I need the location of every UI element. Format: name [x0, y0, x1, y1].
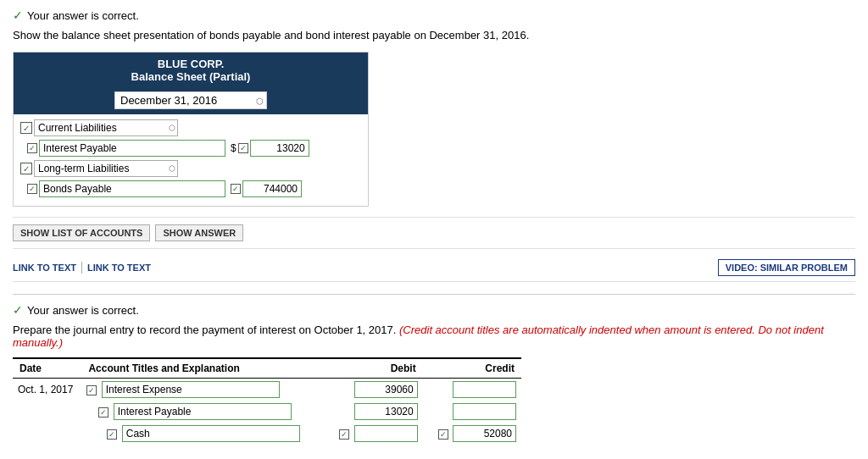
longterm-liabilities-check: ✓ — [20, 163, 32, 174]
journal-debit-cell-2 — [324, 401, 422, 423]
toolbar-1: SHOW LIST OF ACCOUNTS SHOW ANSWER — [13, 217, 855, 249]
longterm-liabilities-wrapper[interactable]: Long-term Liabilities — [34, 160, 178, 177]
journal-debit-cell-1 — [324, 379, 422, 401]
col-header-account: Account Titles and Explanation — [81, 358, 324, 379]
correct-message-1: ✓ Your answer is correct. — [13, 8, 855, 22]
journal-account-cell-1: ✓ — [81, 379, 324, 401]
bonds-amount-check: ✓ — [231, 184, 241, 194]
bs-body: ✓ Current Liabilities ✓ $ ✓ ✓ — [14, 114, 368, 206]
journal-row-2: ✓ — [13, 401, 521, 423]
dollar-sign: $ — [231, 142, 236, 154]
journal-debit-check-3: ✓ — [339, 429, 349, 440]
sheet-title: Balance Sheet (Partial) — [17, 70, 364, 83]
interest-payable-row: ✓ $ ✓ — [27, 140, 361, 157]
links-row-1: LINK TO TEXT LINK TO TEXT VIDEO: SIMILAR… — [13, 254, 855, 282]
current-liabilities-row: ✓ Current Liabilities — [20, 119, 361, 136]
col-header-date: Date — [13, 358, 81, 379]
correct-message-2: ✓ Your answer is correct. — [13, 303, 855, 317]
journal-table: Date Account Titles and Explanation Debi… — [13, 357, 521, 445]
links-left-1: LINK TO TEXT LINK TO TEXT — [13, 261, 151, 274]
journal-check-1: ✓ — [86, 385, 97, 395]
link-to-text-2[interactable]: LINK TO TEXT — [87, 261, 151, 274]
bs-header: BLUE CORP. Balance Sheet (Partial) — [14, 53, 368, 88]
bs-date-select[interactable]: December 31, 2016 — [114, 91, 267, 109]
interest-amount-check: ✓ — [238, 143, 248, 153]
journal-account-cell-3: ✓ — [81, 423, 324, 445]
journal-question: Prepare the journal entry to record the … — [13, 324, 855, 349]
journal-check-3: ✓ — [107, 429, 117, 440]
bonds-payable-row: ✓ ✓ — [27, 180, 361, 197]
journal-credit-input-3[interactable] — [453, 425, 516, 442]
interest-payable-amount-area: $ ✓ — [231, 140, 309, 157]
correct-text-1: Your answer is correct. — [27, 9, 139, 22]
journal-credit-check-3: ✓ — [438, 429, 448, 440]
checkmark-icon-1: ✓ — [13, 8, 23, 22]
balance-sheet: BLUE CORP. Balance Sheet (Partial) Decem… — [13, 52, 369, 207]
show-answer-button[interactable]: SHOW ANSWER — [155, 224, 243, 241]
journal-credit-cell-3: ✓ — [423, 423, 521, 445]
journal-table-header: Date Account Titles and Explanation Debi… — [13, 358, 521, 379]
journal-account-input-3[interactable] — [122, 425, 300, 442]
correct-text-2: Your answer is correct. — [27, 304, 139, 317]
journal-debit-cell-3: ✓ — [324, 423, 422, 445]
current-liabilities-check: ✓ — [20, 122, 32, 134]
journal-row-3: ✓ ✓ ✓ — [13, 423, 521, 445]
journal-debit-input-1[interactable] — [354, 381, 418, 398]
journal-credit-cell-2 — [423, 401, 521, 423]
bs-date-wrapper[interactable]: December 31, 2016 — [114, 91, 267, 109]
video-similar-problem-button[interactable]: VIDEO: SIMILAR PROBLEM — [718, 259, 855, 276]
journal-credit-cell-1 — [423, 379, 521, 401]
journal-account-cell-2: ✓ — [81, 401, 324, 423]
bonds-payable-amount-area: ✓ — [231, 180, 302, 197]
journal-debit-input-3[interactable] — [354, 425, 418, 442]
journal-check-2: ✓ — [98, 407, 108, 418]
journal-debit-input-2[interactable] — [354, 403, 418, 420]
company-name: BLUE CORP. — [17, 58, 364, 70]
bonds-amount-input[interactable] — [242, 180, 302, 197]
link-to-text-1[interactable]: LINK TO TEXT — [13, 261, 76, 274]
checkmark-icon-2: ✓ — [13, 303, 23, 317]
current-liabilities-wrapper[interactable]: Current Liabilities — [34, 119, 178, 136]
show-list-button[interactable]: SHOW LIST OF ACCOUNTS — [13, 224, 150, 241]
journal-question-start: Prepare the journal entry to record the … — [13, 324, 396, 336]
journal-date-1: Oct. 1, 2017 — [13, 379, 81, 401]
section1: ✓ Your answer is correct. Show the balan… — [13, 8, 855, 282]
journal-account-input-2[interactable] — [114, 403, 292, 420]
interest-amount-input[interactable] — [250, 140, 309, 157]
journal-row-1: Oct. 1, 2017 ✓ — [13, 379, 521, 401]
interest-payable-input[interactable] — [39, 140, 225, 157]
bonds-payable-check: ✓ — [27, 184, 37, 194]
bonds-payable-input[interactable] — [39, 180, 225, 197]
journal-date-2 — [13, 401, 81, 423]
col-header-credit: Credit — [423, 358, 521, 379]
interest-payable-check: ✓ — [27, 143, 37, 153]
bs-date-row: December 31, 2016 — [14, 88, 368, 114]
journal-credit-input-1[interactable] — [453, 381, 516, 398]
link-divider-1 — [81, 262, 82, 274]
section2: ✓ Your answer is correct. Prepare the jo… — [13, 303, 855, 445]
current-liabilities-select[interactable]: Current Liabilities — [34, 119, 178, 136]
col-header-debit: Debit — [324, 358, 422, 379]
longterm-liabilities-select[interactable]: Long-term Liabilities — [34, 160, 178, 177]
question-text-1: Show the balance sheet presentation of b… — [13, 29, 855, 41]
journal-credit-input-2[interactable] — [453, 403, 516, 420]
section-divider — [13, 294, 855, 295]
longterm-liabilities-row: ✓ Long-term Liabilities — [20, 160, 361, 177]
journal-date-3 — [13, 423, 81, 445]
journal-account-input-1[interactable] — [102, 381, 280, 398]
